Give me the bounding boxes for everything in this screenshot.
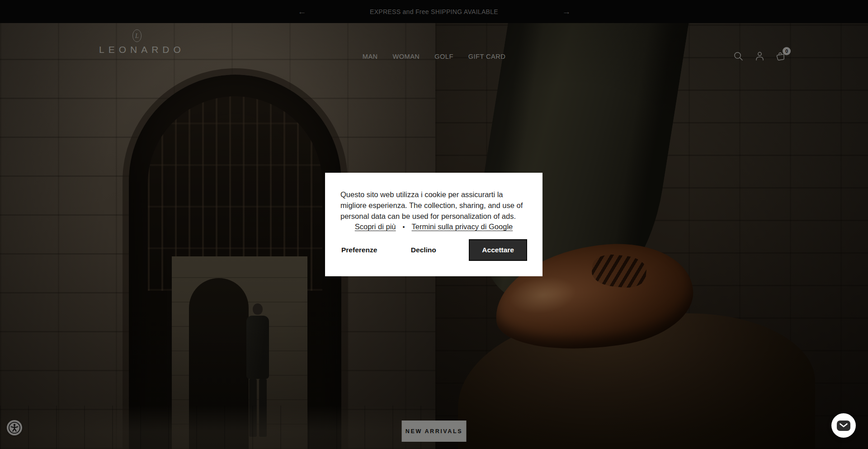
cookie-consent-dialog: Questo sito web utilizza i cookie per as…: [325, 173, 542, 276]
cookie-message: Questo sito web utilizza i cookie per as…: [340, 189, 527, 222]
accept-button[interactable]: Accettare: [469, 239, 527, 261]
cookie-actions: Preferenze Declino Accettare: [340, 239, 527, 261]
chat-envelope-icon: [836, 420, 851, 431]
preferences-button[interactable]: Preferenze: [340, 241, 378, 260]
google-privacy-link[interactable]: Termini sulla privacy di Google: [411, 222, 513, 231]
page: ← EXPRESS and Free SHIPPING AVAILABLE → …: [0, 0, 868, 449]
decline-button[interactable]: Declino: [410, 241, 437, 260]
cookie-links: Scopri di più • Termini sulla privacy di…: [340, 222, 527, 231]
chat-widget-button[interactable]: [831, 413, 856, 438]
learn-more-link[interactable]: Scopri di più: [355, 222, 396, 231]
links-separator: •: [403, 223, 405, 231]
